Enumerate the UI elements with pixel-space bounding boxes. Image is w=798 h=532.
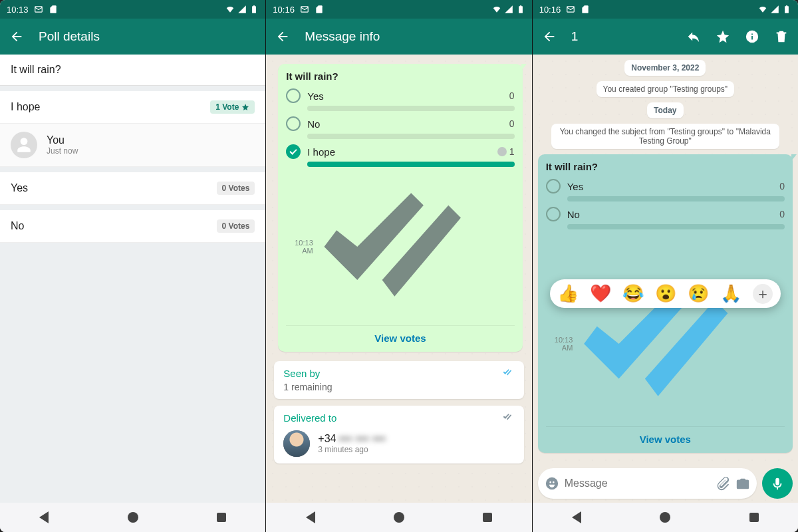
poll-option-row[interactable]: Yes 0 Votes xyxy=(0,172,265,205)
message-time: 10:13 AM xyxy=(286,239,313,255)
mic-icon xyxy=(770,476,785,491)
wifi-icon xyxy=(492,5,501,14)
poll-option[interactable]: No 0 xyxy=(286,116,514,131)
arrow-back-icon xyxy=(9,29,24,44)
reaction-thumbs-up[interactable]: 👍 xyxy=(557,283,579,304)
poll-option-row[interactable]: I hope 1 Vote xyxy=(0,91,265,124)
reply-button[interactable] xyxy=(686,29,701,44)
nav-recents-button[interactable] xyxy=(217,513,226,522)
status-time: 10:13 xyxy=(7,5,29,15)
trash-icon xyxy=(774,29,789,44)
person-icon xyxy=(15,136,33,154)
back-button[interactable] xyxy=(9,29,24,44)
message-input[interactable] xyxy=(565,477,710,489)
star-icon xyxy=(716,29,730,44)
nav-bar xyxy=(266,503,531,532)
wifi-icon xyxy=(225,5,235,14)
screen-message-info: 10:16 Message info It will rain? xyxy=(266,0,532,532)
attach-icon[interactable] xyxy=(716,476,730,491)
status-bar: 10:16 xyxy=(533,0,798,19)
signal-icon xyxy=(770,5,779,14)
back-button[interactable] xyxy=(542,29,557,44)
reaction-heart[interactable]: ❤️ xyxy=(590,283,611,304)
battery-icon xyxy=(249,5,259,14)
poll-bar xyxy=(567,196,785,201)
poll-option-row[interactable]: No 0 Votes xyxy=(0,210,265,243)
nav-back-button[interactable] xyxy=(306,511,315,523)
nav-home-button[interactable] xyxy=(128,512,138,523)
arrow-back-icon xyxy=(542,29,557,44)
poll-message-bubble[interactable]: It will rain? Yes 0 No 0 I hope 1 xyxy=(278,64,522,352)
view-votes-button[interactable]: View votes xyxy=(546,426,785,446)
gmail-icon xyxy=(300,5,309,14)
radio-checked-icon[interactable] xyxy=(286,144,301,159)
delete-button[interactable] xyxy=(774,29,789,44)
sd-icon xyxy=(581,5,590,14)
option-label: Yes xyxy=(11,182,28,194)
nav-recents-button[interactable] xyxy=(749,513,759,522)
status-time: 10:16 xyxy=(273,5,295,15)
reaction-wow[interactable]: 😮 xyxy=(655,283,676,304)
info-button[interactable] xyxy=(745,29,759,44)
camera-icon[interactable] xyxy=(735,476,750,491)
poll-option[interactable]: Yes 0 xyxy=(546,179,785,194)
voter-name: You xyxy=(47,134,78,146)
contact-number: +34 ••• ••• ••• xyxy=(318,433,386,445)
arrow-back-icon xyxy=(275,29,290,44)
poll-bar xyxy=(307,162,514,167)
screen-poll-details: 10:13 Poll details It will rain? I hope xyxy=(0,0,266,532)
page-title: Poll details xyxy=(39,29,100,44)
status-bar: 10:16 xyxy=(266,0,531,19)
radio-unchecked-icon[interactable] xyxy=(286,88,301,103)
mic-button[interactable] xyxy=(762,468,793,499)
page-title: Message info xyxy=(305,29,380,44)
contact-time: 3 minutes ago xyxy=(318,445,386,454)
contact-row[interactable]: +34 ••• ••• ••• 3 minutes ago xyxy=(283,430,514,457)
option-label: I hope xyxy=(11,101,40,113)
reaction-pray[interactable]: 🙏 xyxy=(720,283,741,304)
seen-remaining: 1 remaining xyxy=(283,382,514,392)
poll-question-card: It will rain? xyxy=(0,55,265,86)
emoji-icon[interactable] xyxy=(545,476,559,491)
nav-back-button[interactable] xyxy=(39,511,49,523)
system-message: You changed the subject from "Testing gr… xyxy=(551,124,779,149)
poll-bar xyxy=(307,106,514,111)
voter-mini-avatar xyxy=(497,147,507,156)
screen-chat-selection: 10:16 1 November 3, 2022 You created xyxy=(533,0,798,532)
nav-home-button[interactable] xyxy=(394,512,404,523)
selection-count: 1 xyxy=(571,29,579,44)
app-bar: Poll details xyxy=(0,19,265,55)
reaction-sad[interactable]: 😢 xyxy=(688,283,709,304)
nav-back-button[interactable] xyxy=(572,511,581,523)
radio-unchecked-icon[interactable] xyxy=(546,179,561,194)
battery-icon xyxy=(516,5,525,14)
seen-by-card: Seen by 1 remaining xyxy=(274,361,523,399)
signal-icon xyxy=(504,5,513,14)
reaction-laugh[interactable]: 😂 xyxy=(622,283,644,304)
vote-badge: 1 Vote xyxy=(210,100,255,114)
radio-unchecked-icon[interactable] xyxy=(286,116,301,131)
view-votes-button[interactable]: View votes xyxy=(286,325,514,345)
poll-option[interactable]: Yes 0 xyxy=(286,88,514,103)
app-bar: Message info xyxy=(266,19,531,55)
system-message: You created group "Testing groups" xyxy=(597,81,735,97)
poll-option[interactable]: No 0 xyxy=(546,207,785,221)
nav-recents-button[interactable] xyxy=(483,513,492,522)
signal-icon xyxy=(237,5,247,14)
status-time: 10:16 xyxy=(539,5,561,15)
nav-bar xyxy=(0,503,265,532)
radio-unchecked-icon[interactable] xyxy=(546,207,561,221)
seen-by-title: Seen by xyxy=(283,368,320,379)
info-icon xyxy=(745,29,759,44)
poll-question: It will rain? xyxy=(11,64,255,76)
sd-icon xyxy=(49,5,58,14)
voter-row[interactable]: You Just now xyxy=(0,124,265,167)
nav-home-button[interactable] xyxy=(660,512,670,523)
poll-bar xyxy=(307,134,514,139)
back-button[interactable] xyxy=(275,29,290,44)
poll-option[interactable]: I hope 1 xyxy=(286,144,514,159)
star-button[interactable] xyxy=(716,29,730,44)
message-input-bar xyxy=(533,464,798,503)
reaction-more-button[interactable]: ＋ xyxy=(753,284,773,304)
option-label: No xyxy=(11,220,24,232)
